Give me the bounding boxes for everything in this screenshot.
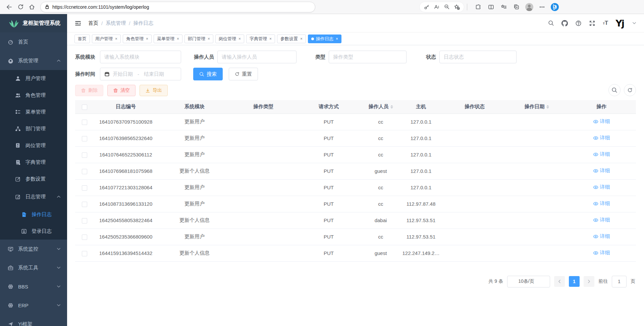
goto-page-input[interactable]: 1 (612, 276, 627, 287)
status-select[interactable]: 日志状态 (439, 51, 517, 63)
select-all-checkbox[interactable] (82, 105, 87, 110)
sidebar-item-Yi框架[interactable]: Yi框架 (0, 315, 67, 326)
key-icon[interactable] (422, 1, 432, 13)
detail-link[interactable]: 详细 (593, 151, 610, 157)
sidebar-toggle-icon[interactable] (74, 20, 82, 27)
bing-icon[interactable] (548, 1, 561, 13)
favorites-icon[interactable] (497, 1, 510, 13)
column-header-操作人员[interactable]: 操作人员 (362, 100, 399, 114)
tab-close-icon[interactable]: × (208, 37, 210, 41)
row-checkbox[interactable] (82, 235, 87, 240)
row-checkbox[interactable] (82, 120, 87, 125)
row-checkbox[interactable] (82, 169, 87, 174)
clear-button[interactable]: 清空 (107, 85, 136, 96)
row-checkbox[interactable] (82, 251, 87, 256)
sidebar-item-参数设置[interactable]: 参数设置 (0, 171, 67, 187)
type-select[interactable]: 操作类型 (329, 51, 407, 63)
tab-字典管理[interactable]: 字典管理× (246, 35, 275, 43)
module-input[interactable]: 请输入系统模块 (100, 51, 181, 63)
sort-carets-icon[interactable] (390, 104, 393, 110)
address-bar[interactable]: https://ccnetcore.com:1101/system/log/op… (40, 2, 315, 12)
prev-page-button[interactable] (554, 276, 565, 287)
detail-link[interactable]: 详细 (593, 217, 610, 223)
search-button[interactable]: 搜索 (193, 68, 223, 80)
row-checkbox[interactable] (82, 185, 87, 191)
sidebar-item-字典管理[interactable]: 字典管理 (0, 154, 67, 171)
split-screen-icon[interactable] (485, 1, 497, 13)
tab-参数设置[interactable]: 参数设置× (277, 35, 306, 43)
tab-close-icon[interactable]: × (269, 37, 272, 41)
current-page-button[interactable]: 1 (569, 276, 580, 287)
row-checkbox[interactable] (82, 152, 87, 158)
detail-link[interactable]: 详细 (593, 250, 610, 256)
home-icon[interactable] (26, 1, 38, 13)
detail-link[interactable]: 详细 (593, 233, 610, 240)
sidebar-item-ERP[interactable]: ERP (0, 296, 67, 315)
refresh-table-button[interactable] (624, 84, 636, 96)
sidebar-item-系统工具[interactable]: 系统工具 (0, 258, 67, 277)
reset-button[interactable]: 重置 (229, 68, 258, 80)
sidebar-item-系统管理[interactable]: 系统管理 (0, 51, 67, 70)
sidebar-item-日志管理[interactable]: 日志管理 (0, 187, 67, 206)
tab-close-icon[interactable]: × (177, 37, 179, 41)
sidebar-item-BBS[interactable]: BBS (0, 277, 67, 296)
sort-carets-icon[interactable] (546, 104, 549, 110)
sidebar-item-首页[interactable]: 首页 (0, 32, 67, 51)
tab-角色管理[interactable]: 角色管理× (123, 35, 152, 43)
font-size-icon[interactable]: тT (603, 20, 608, 26)
sidebar-item-菜单管理[interactable]: 菜单管理 (0, 104, 67, 120)
tab-部门管理[interactable]: 部门管理× (184, 35, 213, 43)
detail-link[interactable]: 详细 (593, 200, 610, 207)
detail-link[interactable]: 详细 (593, 118, 610, 125)
detail-link[interactable]: 详细 (593, 168, 610, 174)
row-checkbox[interactable] (82, 218, 87, 223)
cell-module: 更新用户 (158, 146, 231, 163)
sidebar-item-用户管理[interactable]: 用户管理 (0, 70, 67, 87)
zoom-out-icon[interactable] (442, 1, 452, 13)
sidebar-item-角色管理[interactable]: 角色管理 (0, 87, 67, 104)
back-icon[interactable] (3, 1, 15, 13)
sidebar-item-岗位管理[interactable]: 岗位管理 (0, 137, 67, 154)
tab-close-icon[interactable]: × (300, 37, 303, 41)
tab-close-icon[interactable]: × (238, 37, 241, 41)
tab-close-icon[interactable]: × (146, 37, 148, 41)
sidebar-item-部门管理[interactable]: 部门管理 (0, 120, 67, 137)
extensions-icon[interactable] (472, 1, 485, 13)
row-checkbox[interactable] (82, 202, 87, 207)
favorite-add-icon[interactable] (452, 1, 462, 13)
read-aloud-icon[interactable] (432, 1, 442, 13)
sidebar-item-登录日志[interactable]: 登录日志 (0, 223, 67, 240)
refresh-icon[interactable] (15, 1, 26, 13)
export-button[interactable]: 导出 (140, 85, 168, 96)
page-size-select[interactable]: 10条/页 (507, 276, 550, 287)
user-avatar-logo[interactable]: Yj (615, 19, 624, 28)
tab-岗位管理[interactable]: 岗位管理× (215, 35, 244, 43)
row-checkbox[interactable] (82, 136, 87, 141)
cell-method: PUT (295, 196, 362, 212)
breadcrumb-item[interactable]: 首页 (88, 20, 98, 26)
fullscreen-icon[interactable] (589, 20, 595, 26)
help-icon[interactable] (575, 20, 582, 26)
tab-close-icon[interactable]: × (336, 37, 338, 41)
tab-close-icon[interactable]: × (115, 37, 117, 41)
tab-首页[interactable]: 首页 (74, 35, 90, 43)
search-icon[interactable] (548, 20, 554, 26)
delete-button[interactable]: 删除 (75, 85, 103, 96)
collections-icon[interactable] (510, 1, 523, 13)
show-search-button[interactable] (608, 84, 621, 96)
more-icon[interactable] (536, 1, 548, 13)
sidebar-item-系统监控[interactable]: 系统监控 (0, 240, 67, 258)
tab-菜单管理[interactable]: 菜单管理× (154, 35, 182, 43)
date-range-input[interactable]: 开始日期 - 结束日期 (100, 68, 181, 80)
detail-link[interactable]: 详细 (593, 135, 610, 141)
tab-用户管理[interactable]: 用户管理× (92, 35, 121, 43)
github-icon[interactable] (561, 20, 568, 26)
sidebar-item-操作日志[interactable]: 操作日志 (0, 206, 67, 223)
tab-操作日志[interactable]: 操作日志× (308, 35, 341, 43)
table-row: 1641076370975100928更新用户PUTcc127.0.0.1详细 (75, 114, 636, 130)
next-page-button[interactable] (584, 276, 594, 287)
detail-link[interactable]: 详细 (593, 184, 610, 190)
profile-avatar[interactable] (523, 1, 536, 13)
operator-input[interactable]: 请输入操作人员 (217, 51, 297, 63)
column-header-操作日期[interactable]: 操作日期 (506, 100, 567, 114)
